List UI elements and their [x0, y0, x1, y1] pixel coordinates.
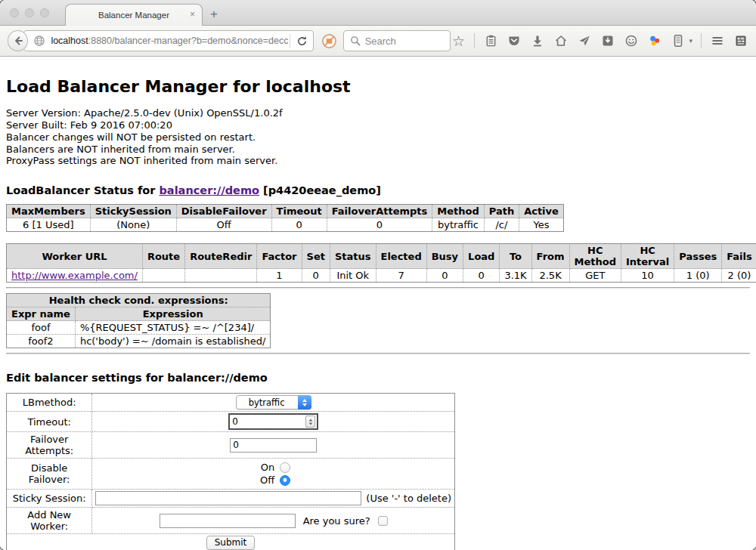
square-download-icon	[601, 34, 615, 48]
cell-expr-name: foof	[7, 321, 76, 335]
close-window-button[interactable]	[10, 8, 19, 17]
url-text[interactable]: localhost:8880/balancer-manager?b=demo&n…	[51, 36, 287, 46]
persist-notice: Balancer changes will NOT be persisted o…	[6, 131, 750, 144]
radio-off-label: Off	[256, 474, 274, 486]
form-row-sticky-session: Sticky Session: (Use '-' to delete)	[7, 490, 455, 508]
worker-link[interactable]: http://www.example.com/	[11, 270, 138, 281]
tab-balancer-manager[interactable]: Balancer Manager ×	[65, 4, 203, 26]
section-divider	[6, 353, 750, 354]
table-header-row: Expr name Expression	[7, 307, 271, 321]
cell-disablefailover: Off	[176, 218, 271, 232]
form-row-failover-attempts: Failover Attempts:	[7, 432, 455, 459]
submit-button[interactable]: Submit	[206, 536, 256, 550]
col-timeout: Timeout	[271, 205, 327, 218]
cell-hc-interval: 10	[621, 269, 674, 283]
table-header-row: MaxMembers StickySession DisableFailover…	[7, 205, 564, 218]
search-bar[interactable]: Search	[343, 30, 451, 51]
radio-on-label: On	[256, 462, 274, 473]
disable-failover-on-radio[interactable]	[280, 462, 290, 473]
lbmethod-select[interactable]: bytraffic	[236, 395, 311, 409]
cell-expr-name: foof2	[7, 335, 76, 348]
timeout-label: Timeout:	[7, 412, 92, 432]
bookmark-star-button[interactable]: ☆	[451, 33, 466, 48]
balancer-status-table: MaxMembers StickySession DisableFailover…	[6, 204, 564, 232]
chevron-down-icon[interactable]: ▾	[689, 37, 692, 45]
tiles-button[interactable]	[733, 33, 748, 48]
home-button[interactable]	[553, 33, 569, 48]
cell-maxmembers: 6 [1 Used]	[7, 218, 91, 232]
download-icon	[531, 34, 544, 48]
feedback-button[interactable]	[624, 33, 639, 48]
downloads-button[interactable]	[530, 33, 545, 48]
zoom-window-button[interactable]	[40, 8, 49, 17]
cell-from: 2.5K	[531, 269, 569, 283]
cell-factor: 1	[257, 269, 302, 283]
balancer-link[interactable]: balancer://demo	[159, 184, 259, 196]
disable-failover-off-radio[interactable]	[280, 475, 290, 486]
home-icon	[554, 34, 568, 48]
are-you-sure-checkbox[interactable]	[378, 516, 388, 526]
new-tab-button[interactable]: +	[210, 7, 218, 22]
cell-expression: %{REQUEST_STATUS} =~ /^[234]/	[75, 321, 271, 335]
container-button[interactable]	[671, 33, 686, 48]
col-set: Set	[302, 244, 330, 269]
server-info: Server Version: Apache/2.5.0-dev (Unix) …	[6, 107, 750, 167]
sticky-session-label: Sticky Session:	[7, 490, 92, 508]
form-row-timeout: Timeout:	[7, 412, 455, 432]
bookmarks-menu-button[interactable]	[483, 33, 498, 48]
cell-hc-method: GET	[569, 269, 621, 283]
col-path: Path	[484, 205, 519, 218]
cell-passes: 1 (0)	[674, 269, 722, 283]
cell-load: 0	[463, 269, 500, 283]
tab-close-icon[interactable]: ×	[190, 10, 195, 19]
search-placeholder: Search	[365, 36, 396, 47]
globe-icon	[33, 35, 45, 47]
add-worker-input[interactable]	[160, 514, 296, 528]
health-check-table: Health check cond. expressions: Expr nam…	[6, 293, 271, 348]
col-fails: Fails	[722, 244, 756, 269]
toolbar-separator	[701, 33, 702, 48]
status-heading: LoadBalancer Status for balancer://demo …	[6, 184, 750, 196]
form-row-disable-failover: Disable Failover: On Off	[7, 459, 455, 490]
col-busy: Busy	[426, 244, 463, 269]
sticky-session-input[interactable]	[95, 491, 361, 505]
worker-row: http://www.example.com/ 1 0 Init Ok 7 0 …	[7, 269, 756, 283]
blocked-icon	[321, 33, 337, 49]
confirm-label: Are you sure?	[303, 515, 370, 527]
search-icon	[350, 36, 361, 46]
window-controls[interactable]	[10, 8, 49, 17]
url-separator	[290, 34, 290, 48]
url-bar[interactable]: localhost:8880/balancer-manager?b=demo&n…	[23, 30, 313, 51]
server-built: Server Built: Feb 9 2016 07:00:20	[6, 119, 750, 131]
extension-button[interactable]	[647, 33, 662, 48]
cell-stickysession: (None)	[90, 218, 176, 232]
cell-busy: 0	[426, 269, 463, 283]
url-domain: localhost	[51, 36, 88, 46]
browser-window: Balancer Manager × + localhost:8880/bala…	[0, 0, 756, 550]
edit-settings-heading: Edit balancer settings for balancer://de…	[6, 372, 750, 384]
failover-attempts-input[interactable]	[230, 438, 317, 453]
content-blocked-button[interactable]	[321, 33, 337, 49]
paper-plane-icon	[578, 34, 591, 48]
cell-expression: hc('body') =~ /domain is established/	[75, 335, 271, 348]
star-icon: ☆	[452, 34, 465, 48]
pocket-button[interactable]	[507, 33, 522, 48]
cell-elected: 7	[376, 269, 426, 283]
disable-failover-label: Disable Failover:	[7, 459, 92, 490]
save-page-button[interactable]	[600, 33, 615, 48]
toolbar-icons: ☆	[451, 33, 748, 48]
minimize-window-button[interactable]	[25, 8, 34, 17]
col-elected: Elected	[376, 244, 426, 269]
tab-bar: Balancer Manager × +	[0, 0, 756, 26]
menu-button[interactable]	[710, 33, 725, 48]
col-load: Load	[463, 244, 500, 269]
col-hc-method: HC Method	[569, 244, 621, 269]
proxypass-notice: ProxyPass settings are NOT inherited fro…	[6, 155, 750, 167]
cell-fails: 2 (0)	[722, 269, 756, 283]
reload-button[interactable]	[292, 31, 313, 51]
failover-attempts-label: Failover Attempts:	[7, 432, 92, 459]
cell-set: 0	[302, 269, 330, 283]
number-spinner-icon[interactable]	[305, 416, 315, 428]
smiley-icon	[624, 34, 638, 48]
send-tab-button[interactable]	[577, 33, 592, 48]
